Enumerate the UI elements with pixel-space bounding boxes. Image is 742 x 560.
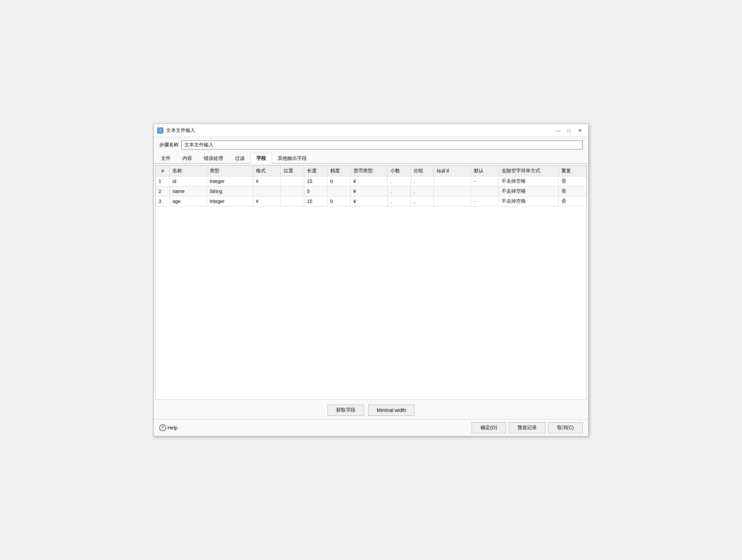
col-header-default: 默认 — [471, 166, 499, 176]
col-header-repeat: 重复 — [559, 166, 587, 176]
cell-currency: ¥ — [350, 186, 387, 196]
step-name-label: 步骤名称 — [159, 142, 179, 148]
main-window: 文 文本文件输入 — □ ✕ 步骤名称 文件 内容 错误处理 过滤 字段 其他输… — [153, 124, 589, 436]
col-header-type: 类型 — [207, 166, 253, 176]
table-row[interactable]: 1idInteger#150¥.,-不去掉空格否 — [156, 176, 587, 186]
cell-num: 1 — [156, 176, 170, 186]
cell-length: 15 — [304, 196, 327, 206]
footer-actions: 确定(O) 预览记录 取消(C) — [472, 422, 583, 433]
cell-precision: 0 — [327, 196, 350, 206]
step-name-row: 步骤名称 — [154, 137, 588, 153]
cell-trim: 不去掉空格 — [499, 186, 559, 196]
cancel-button[interactable]: 取消(C) — [548, 422, 583, 433]
window-controls: — □ ✕ — [553, 127, 585, 134]
cell-currency: ¥ — [350, 176, 387, 186]
cell-type: Integer — [207, 196, 253, 206]
cell-precision: 0 — [327, 176, 350, 186]
minimize-button[interactable]: — — [553, 127, 563, 134]
cell-position — [281, 196, 304, 206]
col-header-format: 格式 — [253, 166, 281, 176]
cell-trim: 不去掉空格 — [499, 176, 559, 186]
cell-currency: ¥ — [350, 196, 387, 206]
tabs-bar: 文件 内容 错误处理 过滤 字段 其他输出字段 — [154, 153, 588, 164]
confirm-button[interactable]: 确定(O) — [472, 422, 506, 433]
tab-content[interactable]: 内容 — [177, 153, 198, 164]
fields-table-container: # 名称 类型 格式 位置 长度 精度 货币类型 小数 分组 Null if 默… — [155, 165, 587, 400]
title-bar-left: 文 文本文件输入 — [157, 127, 195, 134]
table-row[interactable]: 2nameString5¥.,不去掉空格否 — [156, 186, 587, 196]
col-header-name: 名称 — [170, 166, 207, 176]
cell-length: 15 — [304, 176, 327, 186]
tab-error[interactable]: 错误处理 — [198, 153, 229, 164]
tab-fields[interactable]: 字段 — [250, 153, 272, 164]
window-title: 文本文件输入 — [166, 127, 195, 134]
cell-type: String — [207, 186, 253, 196]
cell-num: 3 — [156, 196, 170, 206]
col-header-precision: 精度 — [327, 166, 350, 176]
cell-name: age — [170, 196, 207, 206]
col-header-position: 位置 — [281, 166, 304, 176]
cell-name: id — [170, 176, 207, 186]
tab-filter[interactable]: 过滤 — [229, 153, 250, 164]
cell-repeat: 否 — [559, 176, 587, 186]
minimal-width-button[interactable]: Minimal width — [368, 405, 415, 416]
cell-nullif — [434, 186, 471, 196]
step-name-input[interactable] — [181, 141, 583, 149]
cell-position — [281, 176, 304, 186]
cell-format: # — [253, 176, 281, 186]
cell-length: 5 — [304, 186, 327, 196]
cell-precision — [327, 186, 350, 196]
cell-position — [281, 186, 304, 196]
cell-nullif — [434, 176, 471, 186]
help-button[interactable]: ? Help — [159, 424, 178, 431]
cell-grouping: , — [411, 196, 434, 206]
cell-decimal: . — [388, 186, 411, 196]
col-header-currency: 货币类型 — [350, 166, 387, 176]
help-icon: ? — [159, 424, 166, 431]
cell-name: name — [170, 186, 207, 196]
cell-default: - — [471, 196, 499, 206]
table-row[interactable]: 3ageInteger#150¥.,-不去掉空格否 — [156, 196, 587, 206]
col-header-num: # — [156, 166, 170, 176]
cell-decimal: . — [388, 196, 411, 206]
close-button[interactable]: ✕ — [575, 127, 585, 134]
tab-other[interactable]: 其他输出字段 — [272, 153, 313, 164]
cell-repeat: 否 — [559, 186, 587, 196]
cell-default — [471, 186, 499, 196]
cell-type: Integer — [207, 176, 253, 186]
cell-nullif — [434, 196, 471, 206]
preview-button[interactable]: 预览记录 — [509, 422, 545, 433]
cell-num: 2 — [156, 186, 170, 196]
cell-grouping: , — [411, 176, 434, 186]
app-icon: 文 — [157, 127, 163, 134]
table-body: 1idInteger#150¥.,-不去掉空格否2nameString5¥.,不… — [156, 176, 587, 206]
bottom-buttons: 获取字段 Minimal width — [154, 401, 588, 419]
cell-grouping: , — [411, 186, 434, 196]
cell-format — [253, 186, 281, 196]
cell-format: # — [253, 196, 281, 206]
table-header-row: # 名称 类型 格式 位置 长度 精度 货币类型 小数 分组 Null if 默… — [156, 166, 587, 176]
cell-default: - — [471, 176, 499, 186]
fields-table: # 名称 类型 格式 位置 长度 精度 货币类型 小数 分组 Null if 默… — [155, 165, 587, 206]
col-header-length: 长度 — [304, 166, 327, 176]
col-header-trim: 去除空字符串方式 — [499, 166, 559, 176]
col-header-nullif: Null if — [434, 166, 471, 176]
cell-repeat: 否 — [559, 196, 587, 206]
col-header-decimal: 小数 — [388, 166, 411, 176]
title-bar: 文 文本文件输入 — □ ✕ — [154, 124, 588, 137]
cell-trim: 不去掉空格 — [499, 196, 559, 206]
help-label: Help — [168, 425, 178, 431]
col-header-grouping: 分组 — [411, 166, 434, 176]
tab-file[interactable]: 文件 — [155, 153, 177, 164]
get-fields-button[interactable]: 获取字段 — [327, 405, 364, 416]
footer-bar: ? Help 确定(O) 预览记录 取消(C) — [154, 419, 588, 436]
cell-decimal: . — [388, 176, 411, 186]
maximize-button[interactable]: □ — [564, 127, 574, 134]
